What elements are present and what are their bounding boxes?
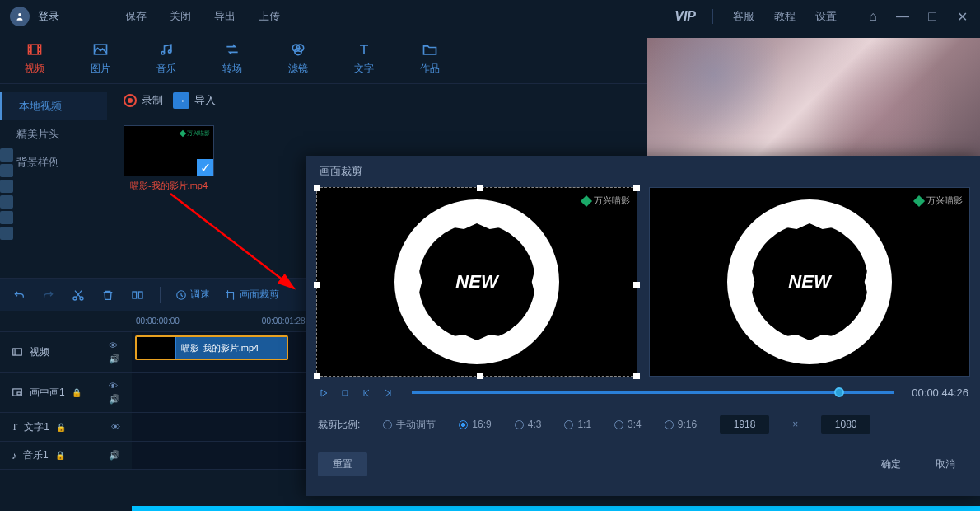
crop-handle[interactable]: [633, 373, 640, 379]
badge-text: NEW: [423, 228, 530, 335]
menu-upload[interactable]: 上传: [259, 9, 280, 24]
undo-icon[interactable]: [12, 288, 26, 302]
close-icon[interactable]: ✕: [954, 8, 970, 25]
preview-image: [647, 38, 980, 158]
titlebar: 登录 保存 关闭 导出 上传 VIP 客服 教程 设置 ⌂ — □ ✕: [0, 0, 980, 33]
menu-export[interactable]: 导出: [214, 9, 236, 24]
speaker-icon[interactable]: 🔊: [109, 394, 120, 405]
music-icon: [157, 40, 175, 59]
tab-video[interactable]: 视频: [25, 40, 44, 76]
media-clip[interactable]: 万兴喵影 ✓ 喵影-我的影片.mp4: [124, 125, 214, 192]
speaker-icon[interactable]: 🔊: [109, 354, 120, 364]
record-label: 录制: [142, 93, 163, 108]
check-icon: ✓: [197, 159, 213, 176]
tab-label: 滤镜: [288, 62, 308, 76]
speed-button[interactable]: 调速: [175, 288, 210, 302]
menu-tutorial[interactable]: 教程: [774, 9, 796, 24]
play-icon[interactable]: [318, 387, 329, 399]
tab-filter[interactable]: 滤镜: [288, 40, 308, 76]
stop-icon[interactable]: [339, 387, 351, 399]
crop-handle[interactable]: [477, 373, 483, 379]
sidebar-item-bg[interactable]: 背景样例: [0, 148, 107, 176]
lock-icon[interactable]: 🔒: [72, 388, 82, 397]
delete-icon[interactable]: [100, 288, 115, 302]
track-label: 文字1: [24, 420, 49, 434]
crop-button[interactable]: 画面裁剪: [225, 288, 279, 302]
sidebar-item-intro[interactable]: 精美片头: [0, 120, 107, 148]
tab-works[interactable]: 作品: [420, 40, 440, 76]
media-sidebar: 本地视频 精美片头 背景样例: [0, 84, 107, 278]
ok-button[interactable]: 确定: [868, 452, 914, 476]
crop-handle[interactable]: [314, 373, 320, 379]
dialog-title: 画面裁剪: [306, 156, 980, 187]
maximize-icon[interactable]: □: [924, 8, 940, 25]
width-input[interactable]: [720, 415, 769, 434]
split-icon[interactable]: [130, 288, 145, 302]
login-button[interactable]: 登录: [38, 9, 59, 24]
eye-icon[interactable]: 👁: [111, 422, 120, 432]
ratio-manual[interactable]: 手动调节: [383, 418, 436, 432]
timeline-scrollbar[interactable]: [132, 506, 980, 511]
import-label: 导入: [194, 93, 216, 108]
home-icon[interactable]: ⌂: [865, 8, 881, 25]
slider-thumb[interactable]: [834, 387, 844, 397]
player-slider[interactable]: [412, 391, 894, 394]
menu-settings[interactable]: 设置: [815, 9, 837, 24]
ratio-4-3[interactable]: 4:3: [515, 419, 542, 430]
tab-label: 转场: [222, 62, 242, 76]
crop-handle[interactable]: [633, 185, 640, 191]
crop-handle[interactable]: [477, 185, 483, 191]
time-tick: 00:00:01:28: [262, 316, 306, 326]
eye-icon[interactable]: 👁: [109, 381, 120, 391]
image-icon: [91, 40, 110, 59]
edge-hints: [0, 148, 15, 240]
track-label: 音乐1: [23, 448, 49, 462]
menu-save[interactable]: 保存: [125, 9, 147, 24]
crop-result-preview: 万兴喵影 NEW: [649, 187, 970, 377]
vip-badge[interactable]: VIP: [674, 9, 713, 24]
crop-handle[interactable]: [633, 282, 640, 288]
lock-icon[interactable]: 🔒: [55, 451, 65, 460]
lock-icon[interactable]: 🔒: [56, 423, 66, 432]
ratio-row: 裁剪比例: 手动调节 16:9 4:3 1:1 3:4 9:16 ×: [306, 409, 980, 440]
eye-icon[interactable]: 👁: [109, 340, 120, 350]
ratio-1-1[interactable]: 1:1: [564, 419, 591, 430]
record-button[interactable]: 录制: [124, 93, 163, 108]
film-icon: [26, 40, 44, 59]
tab-label: 音乐: [156, 62, 176, 76]
preview-panel: [647, 38, 980, 158]
reset-button[interactable]: 重置: [318, 452, 367, 476]
import-button[interactable]: → 导入: [173, 92, 216, 109]
tab-music[interactable]: 音乐: [156, 40, 176, 76]
crop-handle[interactable]: [314, 185, 320, 191]
minimize-icon[interactable]: —: [894, 8, 911, 25]
dimension-x: ×: [792, 419, 798, 430]
tab-image[interactable]: 图片: [91, 40, 110, 76]
redo-icon[interactable]: [41, 288, 56, 302]
timeline-clip[interactable]: 喵影-我的影片.mp4: [135, 335, 288, 360]
crop-handle[interactable]: [314, 282, 320, 288]
sidebar-item-local[interactable]: 本地视频: [0, 92, 107, 120]
ratio-3-4[interactable]: 3:4: [614, 419, 642, 430]
pip-track-icon: [12, 387, 23, 398]
next-icon[interactable]: [382, 387, 394, 399]
cut-icon[interactable]: [71, 288, 86, 302]
speaker-icon[interactable]: 🔊: [109, 450, 120, 461]
crop-source-preview[interactable]: 万兴喵影 NEW: [316, 187, 637, 377]
watermark: 万兴喵影: [915, 195, 963, 207]
file-menu: 保存 关闭 导出 上传: [125, 9, 280, 24]
menu-support[interactable]: 客服: [733, 9, 754, 24]
time-tick: 00:00:00:00: [136, 316, 180, 326]
height-input[interactable]: [821, 415, 870, 434]
record-icon: [124, 94, 137, 107]
ratio-16-9[interactable]: 16:9: [459, 419, 491, 430]
prev-icon[interactable]: [361, 387, 372, 399]
tab-transition[interactable]: 转场: [222, 40, 242, 76]
tab-text[interactable]: 文字: [354, 40, 374, 76]
menu-close[interactable]: 关闭: [170, 9, 191, 24]
svg-rect-14: [13, 349, 22, 355]
cancel-button[interactable]: 取消: [922, 452, 968, 476]
tab-label: 视频: [25, 62, 44, 76]
ratio-9-16[interactable]: 9:16: [665, 419, 697, 430]
crop-dialog: 画面裁剪 万兴喵影 NEW 万兴喵影 NEW 00:00:44:26 裁剪比例:…: [306, 156, 980, 496]
